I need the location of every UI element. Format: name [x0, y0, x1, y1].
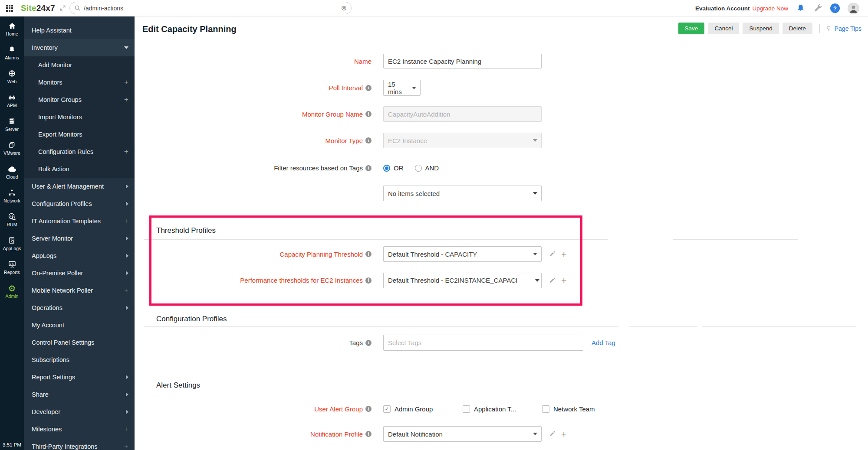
- rail-item-reports[interactable]: Reports: [0, 255, 24, 279]
- rail-item-network[interactable]: Network: [0, 183, 24, 207]
- apps-grid-icon[interactable]: [6, 5, 13, 12]
- sidebar-item-it-automation-templates[interactable]: IT Automation Templates+: [24, 212, 135, 230]
- network-team-checkbox[interactable]: [542, 405, 549, 413]
- edit-pencil-icon[interactable]: [549, 277, 556, 284]
- rail-item-rum[interactable]: RUM: [0, 207, 24, 231]
- sidebar-item-applogs[interactable]: AppLogs: [24, 247, 135, 264]
- sidebar-item-report-settings[interactable]: Report Settings: [24, 368, 135, 386]
- name-input[interactable]: [383, 54, 542, 68]
- sidebar-item-configuration-rules[interactable]: Configuration Rules+: [24, 143, 135, 160]
- network-team-label[interactable]: Network Team: [553, 405, 595, 413]
- save-button[interactable]: Save: [678, 23, 705, 34]
- sidebar-item-milestones[interactable]: Milestones+: [24, 421, 135, 438]
- rail-item-home[interactable]: Home: [0, 16, 24, 40]
- add-tag-link[interactable]: Add Tag: [592, 339, 615, 346]
- sidebar-item-monitors[interactable]: Monitors+: [24, 74, 135, 91]
- chevron-right-icon: [126, 271, 128, 275]
- poll-interval-select[interactable]: 15 mins: [383, 80, 421, 96]
- clear-search-icon[interactable]: ⊗: [341, 5, 347, 12]
- sidebar-item-share[interactable]: Share: [24, 386, 135, 403]
- plus-icon[interactable]: +: [124, 217, 128, 225]
- admin-group-label[interactable]: Admin Group: [395, 405, 433, 413]
- capacity-threshold-select[interactable]: Default Threshold - CAPACITY: [383, 246, 542, 262]
- and-radio[interactable]: [415, 165, 422, 172]
- tools-wrench-icon[interactable]: [813, 4, 822, 13]
- chevron-right-icon: [126, 306, 128, 310]
- plus-icon[interactable]: +: [124, 425, 128, 434]
- rail-item-admin[interactable]: ⚙ Admin: [0, 279, 24, 303]
- add-profile-icon[interactable]: +: [561, 250, 566, 259]
- plus-icon[interactable]: +: [124, 442, 128, 450]
- sidebar-item-configuration-profiles[interactable]: Configuration Profiles: [24, 195, 135, 212]
- module-rail: Home Alarms Web APM Server VMware Cloud: [0, 16, 24, 450]
- user-alert-group-row: User Alert Groupi ✓Admin Group Applicati…: [135, 404, 868, 414]
- sidebar-item-control-panel-settings[interactable]: Control Panel Settings: [24, 334, 135, 351]
- plus-icon[interactable]: +: [124, 78, 128, 87]
- expand-icon[interactable]: [59, 5, 66, 11]
- add-profile-icon[interactable]: +: [561, 276, 566, 285]
- sidebar-item-mobile-network-poller[interactable]: Mobile Network Poller+: [24, 282, 135, 299]
- poll-interval-row: Poll Intervali 15 mins: [135, 80, 868, 96]
- add-profile-icon[interactable]: +: [561, 430, 566, 439]
- sidebar-item-bulk-action[interactable]: Bulk Action: [24, 160, 135, 178]
- sidebar-item-help-assistant[interactable]: Help Assistant: [24, 22, 135, 39]
- rail-item-alarms[interactable]: Alarms: [0, 40, 24, 64]
- info-icon[interactable]: i: [365, 111, 372, 117]
- search-input[interactable]: /admin-actions: [84, 5, 341, 12]
- info-icon[interactable]: i: [365, 340, 372, 346]
- chevron-down-icon: [533, 139, 537, 142]
- suspend-button[interactable]: Suspend: [743, 23, 779, 34]
- sidebar-item-monitor-groups[interactable]: Monitor Groups+: [24, 91, 135, 108]
- application-team-label[interactable]: Application T...: [474, 405, 516, 413]
- notification-profile-select[interactable]: Default Notification: [383, 426, 542, 442]
- rail-item-vmware[interactable]: VMware: [0, 136, 24, 160]
- sidebar-item-export-monitors[interactable]: Export Monitors: [24, 126, 135, 143]
- notifications-bell-icon[interactable]: [796, 3, 806, 13]
- cancel-button[interactable]: Cancel: [708, 23, 739, 34]
- info-icon[interactable]: i: [365, 137, 372, 143]
- sidebar-item-my-account[interactable]: My Account: [24, 316, 135, 334]
- tag-items-select[interactable]: No items selected: [383, 186, 542, 201]
- tags-input[interactable]: [383, 335, 583, 351]
- admin-group-checkbox[interactable]: ✓: [383, 405, 391, 413]
- or-radio-label[interactable]: OR: [394, 164, 404, 172]
- info-icon[interactable]: i: [365, 251, 372, 257]
- plus-icon[interactable]: +: [124, 95, 128, 104]
- info-icon[interactable]: i: [365, 277, 372, 284]
- rail-item-applogs[interactable]: AppLogs: [0, 231, 24, 255]
- sidebar-item-add-monitor[interactable]: Add Monitor: [24, 56, 135, 74]
- sidebar-item-developer[interactable]: Developer: [24, 403, 135, 421]
- info-icon[interactable]: i: [365, 165, 372, 171]
- sidebar-item-inventory[interactable]: Inventory: [24, 39, 135, 56]
- edit-pencil-icon[interactable]: [549, 251, 556, 258]
- and-radio-label[interactable]: AND: [425, 164, 439, 172]
- info-icon[interactable]: i: [365, 406, 372, 412]
- page-tips-link[interactable]: Page Tips: [825, 24, 861, 33]
- help-icon[interactable]: ?: [830, 3, 840, 13]
- sidebar-item-user-alert-management[interactable]: User & Alert Management: [24, 178, 135, 195]
- sidebar-item-operations[interactable]: Operations: [24, 299, 135, 316]
- plus-icon[interactable]: +: [124, 147, 128, 156]
- rail-item-web[interactable]: Web: [0, 64, 24, 88]
- application-team-checkbox[interactable]: [463, 405, 470, 413]
- info-icon[interactable]: i: [365, 85, 372, 91]
- sidebar-item-server-monitor[interactable]: Server Monitor: [24, 230, 135, 247]
- rail-item-cloud[interactable]: Cloud: [0, 160, 24, 183]
- plus-icon[interactable]: +: [124, 286, 128, 295]
- or-radio[interactable]: [383, 165, 390, 172]
- sidebar-item-third-party-integrations[interactable]: Third-Party Integrations+: [24, 438, 135, 450]
- global-search[interactable]: /admin-actions ⊗: [69, 2, 352, 14]
- rail-item-server[interactable]: Server: [0, 112, 24, 136]
- sidebar-item-subscriptions[interactable]: Subscriptions: [24, 351, 135, 368]
- sidebar-item-on-premise-poller[interactable]: On-Premise Poller: [24, 264, 135, 282]
- performance-threshold-select[interactable]: Default Threshold - EC2INSTANCE_CAPACI: [383, 273, 542, 288]
- user-avatar[interactable]: [848, 3, 859, 14]
- sidebar-item-import-monitors[interactable]: Import Monitors: [24, 108, 135, 126]
- site24x7-logo[interactable]: Site24x7: [21, 3, 55, 13]
- main-content: Edit Capacity Planning Save Cancel Suspe…: [135, 16, 868, 450]
- delete-button[interactable]: Delete: [783, 23, 812, 34]
- info-icon[interactable]: i: [365, 431, 372, 437]
- upgrade-now-link[interactable]: Upgrade Now: [752, 5, 788, 12]
- edit-pencil-icon[interactable]: [549, 430, 556, 437]
- rail-item-apm[interactable]: APM: [0, 88, 24, 112]
